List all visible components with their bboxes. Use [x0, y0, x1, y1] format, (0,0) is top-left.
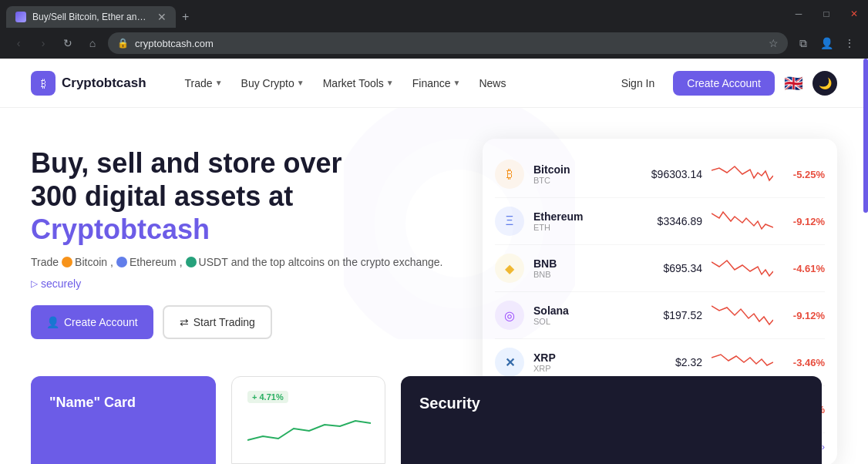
- tab-close-btn[interactable]: ✕: [157, 11, 167, 23]
- table-row[interactable]: ◆ BNB BNB $695.34 -4.61%: [495, 245, 825, 292]
- btc-name: Bitcoin: [75, 256, 107, 268]
- chart-badge: + 4.71%: [247, 391, 288, 403]
- coin-symbol: SOL: [533, 317, 624, 326]
- ethereum-badge: Ethereum: [116, 256, 177, 268]
- coin-change: -5.25%: [782, 169, 825, 180]
- price-chart: [712, 206, 773, 237]
- logo-text: Cryptobtcash: [62, 76, 146, 91]
- address-bar[interactable]: 🔒 cryptobtcash.com ☆: [108, 32, 788, 54]
- bookmark-icon[interactable]: ☆: [769, 37, 779, 49]
- eth-dot: [116, 257, 127, 267]
- table-row[interactable]: ◎ Solana SOL $197.52 -9.12%: [495, 292, 825, 339]
- navbar: ₿ Cryptobtcash Trade ▼ Buy Crypto ▼ Mark…: [0, 59, 868, 108]
- coin-change: -9.12%: [782, 216, 825, 227]
- browser-tab[interactable]: Buy/Sell Bitcoin, Ether and Alts... ✕: [6, 6, 176, 28]
- coin-price: $2.32: [633, 356, 702, 368]
- nav-market-tools[interactable]: Market Tools ▼: [315, 72, 402, 94]
- sol-icon: ◎: [495, 301, 524, 330]
- price-chart: [712, 347, 773, 378]
- user-icon: 👤: [46, 316, 59, 328]
- xrp-icon: ✕: [495, 348, 524, 377]
- usdt-dot: [186, 257, 197, 267]
- coin-info: Bitcoin BTC: [533, 163, 624, 185]
- page-scrollbar[interactable]: [863, 59, 868, 213]
- chart-card[interactable]: + 4.71%: [231, 376, 385, 464]
- play-icon: ▷: [31, 278, 38, 289]
- price-chart: [712, 159, 773, 190]
- coin-info: Solana SOL: [533, 304, 624, 326]
- security-card-title: Security: [419, 395, 803, 412]
- sign-in-link[interactable]: Sign In: [612, 72, 664, 94]
- eth-icon: Ξ: [495, 207, 524, 236]
- coin-name: Solana: [533, 304, 624, 317]
- hero-left: Buy, sell and store over 300 digital ass…: [31, 139, 467, 339]
- name-card[interactable]: "Name" Card: [31, 376, 216, 464]
- back-button[interactable]: ‹: [9, 34, 28, 52]
- chevron-down-icon: ▼: [215, 79, 223, 87]
- forward-button[interactable]: ›: [34, 34, 52, 52]
- tab-title: Buy/Sell Bitcoin, Ether and Alts...: [32, 12, 151, 22]
- coin-change: -3.46%: [782, 357, 825, 368]
- nav-trade[interactable]: Trade ▼: [177, 72, 230, 94]
- hero-subtitle: Trade Bitcoin , Ethereum , USDT and the …: [31, 256, 467, 268]
- coin-symbol: BNB: [533, 270, 624, 279]
- new-tab-button[interactable]: +: [176, 10, 195, 24]
- hero-start-trading-button[interactable]: ⇄ Start Trading: [163, 305, 272, 339]
- coin-name: BNB: [533, 257, 624, 270]
- bitcoin-badge: Bitcoin: [62, 256, 107, 268]
- dark-mode-toggle[interactable]: 🌙: [812, 71, 837, 96]
- coin-info: XRP XRP: [533, 351, 624, 373]
- coin-change: -9.12%: [782, 310, 825, 321]
- table-row[interactable]: ₿ Bitcoin BTC $96303.14 -5.25%: [495, 151, 825, 198]
- btc-dot: [62, 257, 72, 267]
- minimize-button[interactable]: ─: [785, 0, 812, 28]
- subtitle-trade-text: Trade: [31, 256, 59, 268]
- hero-title: Buy, sell and store over 300 digital ass…: [31, 146, 467, 247]
- security-card[interactable]: Security: [401, 376, 822, 464]
- nav-finance[interactable]: Finance ▼: [405, 72, 469, 94]
- usdt-name: USDT: [199, 256, 228, 268]
- chevron-down-icon: ▼: [453, 79, 461, 87]
- home-button[interactable]: ⌂: [83, 34, 102, 52]
- nav-links: Trade ▼ Buy Crypto ▼ Market Tools ▼ Fina…: [177, 72, 612, 94]
- hero-buttons: 👤 Create Account ⇄ Start Trading: [31, 305, 467, 339]
- bottom-cards: "Name" Card + 4.71% Security: [0, 376, 853, 464]
- menu-button[interactable]: ⋮: [840, 34, 859, 52]
- coin-price: $197.52: [633, 309, 702, 321]
- securely-link[interactable]: ▷ securely: [31, 277, 467, 290]
- nav-buy-crypto[interactable]: Buy Crypto ▼: [234, 72, 312, 94]
- coin-name: Ethereum: [533, 210, 624, 223]
- coin-change: -4.61%: [782, 263, 825, 274]
- coin-name: XRP: [533, 351, 624, 364]
- chevron-down-icon: ▼: [297, 79, 304, 87]
- maximize-button[interactable]: □: [812, 0, 840, 28]
- coin-price: $3346.89: [633, 215, 702, 227]
- table-row[interactable]: Ξ Ethereum ETH $3346.89 -9.12%: [495, 198, 825, 245]
- name-card-title: "Name" Card: [49, 395, 197, 411]
- coin-name: Bitcoin: [533, 163, 624, 176]
- trade-icon: ⇄: [180, 316, 189, 328]
- profile-button[interactable]: 👤: [817, 34, 836, 52]
- tab-favicon: [15, 12, 26, 22]
- chevron-down-icon: ▼: [386, 79, 394, 87]
- coin-price: $695.34: [633, 262, 702, 274]
- nav-right: Sign In Create Account 🇬🇧 🌙: [612, 71, 837, 96]
- logo-icon: ₿: [31, 71, 56, 96]
- coin-symbol: XRP: [533, 364, 624, 373]
- nav-news[interactable]: News: [471, 72, 513, 94]
- btc-icon: ₿: [495, 160, 524, 189]
- hero-create-account-button[interactable]: 👤 Create Account: [31, 305, 153, 339]
- refresh-button[interactable]: ↻: [59, 34, 77, 52]
- language-selector[interactable]: 🇬🇧: [784, 74, 803, 92]
- website-content: ₿ Cryptobtcash Trade ▼ Buy Crypto ▼ Mark…: [0, 59, 868, 464]
- url-text: cryptobtcash.com: [135, 38, 762, 49]
- logo-area[interactable]: ₿ Cryptobtcash: [31, 71, 146, 96]
- coin-info: Ethereum ETH: [533, 210, 624, 232]
- close-button[interactable]: ✕: [840, 0, 868, 28]
- bnb-icon: ◆: [495, 254, 524, 283]
- mini-chart: [247, 409, 371, 448]
- extensions-button[interactable]: ⧉: [794, 34, 812, 52]
- coin-symbol: BTC: [533, 176, 624, 185]
- eth-name: Ethereum: [130, 256, 177, 268]
- create-account-button[interactable]: Create Account: [673, 71, 775, 96]
